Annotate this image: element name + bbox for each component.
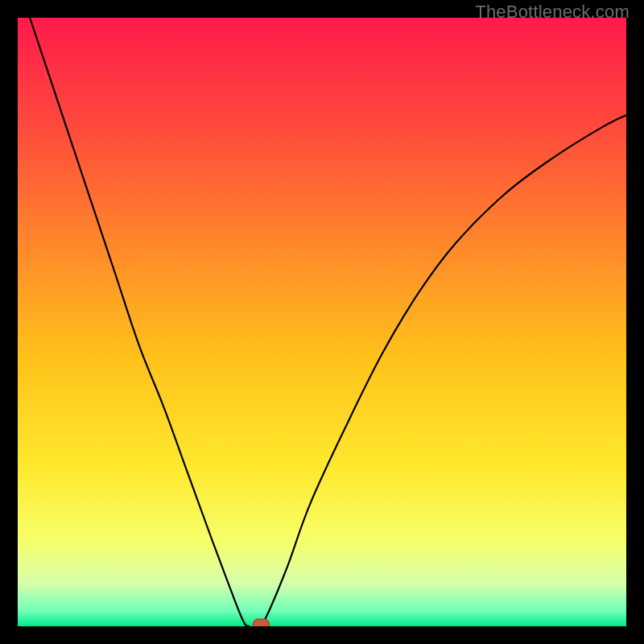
chart-frame: TheBottleneck.com (0, 0, 644, 644)
plot-svg (18, 18, 626, 626)
optimum-marker (253, 619, 269, 626)
watermark-text: TheBottleneck.com (475, 2, 630, 23)
gradient-background (18, 18, 626, 626)
plot-area (18, 18, 626, 626)
